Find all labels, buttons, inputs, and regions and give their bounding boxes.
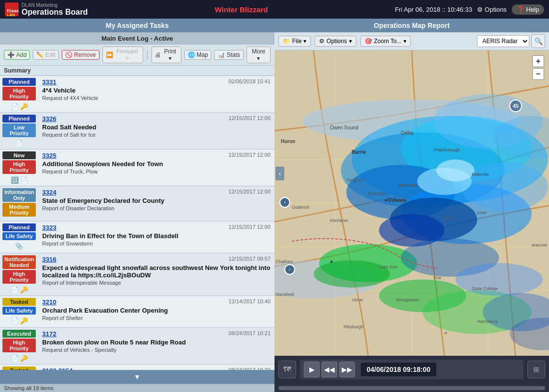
app-title: Operations Board bbox=[22, 8, 88, 17]
map-marker-2[interactable]: ○ bbox=[284, 264, 295, 275]
table-row[interactable]: NewHigh Priority🔢📄332512/15/2017 12:00Ad… bbox=[0, 149, 274, 186]
table-row[interactable]: Information OnlyMedium Priority332412/15… bbox=[0, 186, 274, 221]
log-content-column: 332612/15/2017 12:00Road Salt NeededRequ… bbox=[38, 113, 274, 149]
svg-text:Goderich: Goderich bbox=[292, 205, 309, 210]
datetime-display: Fri Apr 06, 2018 :: 10:46:33 bbox=[395, 6, 473, 13]
log-id[interactable]: 3323 bbox=[42, 224, 56, 231]
table-row[interactable]: Notification NeededHigh Priority📄🔑331612… bbox=[0, 253, 274, 296]
more-button[interactable]: More ▾ bbox=[247, 47, 271, 63]
play-button[interactable]: ▶ bbox=[304, 362, 320, 377]
layers-button[interactable]: 🗺 bbox=[278, 361, 296, 378]
svg-text:Owen Sound: Owen Sound bbox=[330, 125, 358, 130]
map-options-button[interactable]: ⚙ Options ▾ bbox=[315, 36, 356, 47]
svg-text:Chatham: Chatham bbox=[275, 259, 293, 264]
priority-badge: Medium Priority bbox=[2, 203, 36, 217]
log-title: Additional Snowplows Needed for Town bbox=[42, 160, 271, 168]
log-date: 12/15/2017 09:57 bbox=[228, 256, 271, 262]
print-button[interactable]: 🖨 Print ▾ bbox=[151, 47, 181, 63]
map-button[interactable]: 🌐 Map bbox=[184, 50, 211, 60]
log-content-column: 3182-315408/24/2017 10:20Wheel loader ne… bbox=[38, 365, 274, 370]
log-id[interactable]: 3326 bbox=[42, 115, 56, 122]
log-description: Request of Truck, Plow bbox=[42, 169, 271, 174]
log-description: Report of Shelter bbox=[42, 315, 271, 321]
log-content-column: 333102/06/2018 15:414*4 VehicleRequest o… bbox=[38, 76, 274, 112]
timeline-bar[interactable] bbox=[278, 386, 545, 390]
log-id[interactable]: 3316 bbox=[42, 256, 56, 263]
zoom-to-button[interactable]: 🎯 Zoom To... ▾ bbox=[360, 36, 411, 47]
status-badge: Notification Needed bbox=[2, 255, 36, 269]
add-button[interactable]: ➕ Add bbox=[4, 50, 30, 60]
gear-icon: ⚙ bbox=[477, 6, 483, 13]
svg-text:Lake Erie: Lake Erie bbox=[379, 265, 398, 270]
table-row[interactable]: PlannedLife Safety📎332312/15/2017 12:00D… bbox=[0, 221, 274, 253]
svg-text:State College: State College bbox=[472, 287, 498, 292]
forward-icon: ⏩ bbox=[106, 51, 113, 58]
log-id[interactable]: 3172 bbox=[42, 330, 56, 338]
log-content-column: 321012/14/2017 10:40Orchard Park Evacuat… bbox=[38, 296, 274, 327]
table-row[interactable]: TaskedHigh Priority📄🔑3182-315408/24/2017… bbox=[0, 365, 274, 370]
log-content-column: 332512/15/2017 12:00Additional Snowplows… bbox=[38, 149, 274, 186]
help-icon: ❓ bbox=[517, 6, 524, 13]
log-status-column: PlannedLow Priority📄 bbox=[0, 113, 38, 149]
log-id[interactable]: 3325 bbox=[42, 152, 56, 159]
svg-point-30 bbox=[455, 263, 543, 296]
item-icon: 📄 bbox=[15, 140, 23, 147]
svg-text:aracuse: aracuse bbox=[532, 243, 548, 247]
priority-badge: High Priority bbox=[2, 339, 36, 352]
table-row[interactable]: ExecutedHigh Priority📄🔑317208/24/2017 10… bbox=[0, 328, 274, 365]
log-title: 4*4 Vehicle bbox=[42, 87, 271, 94]
forward-button[interactable]: ⏩ Forward > bbox=[102, 47, 143, 63]
log-content-column: 332312/15/2017 12:00Driving Ban in Effec… bbox=[38, 221, 274, 253]
map-marker-1[interactable]: › bbox=[279, 197, 290, 208]
item-icon: 🔢 bbox=[11, 176, 19, 184]
svg-text:Belleville: Belleville bbox=[472, 172, 489, 177]
help-button[interactable]: ❓ Help bbox=[512, 4, 544, 15]
icon-row: 📄🔑 bbox=[11, 286, 28, 294]
log-id[interactable]: 3331 bbox=[42, 78, 56, 86]
playback-datetime: 04/06/2018 09:18:00 bbox=[361, 363, 436, 376]
svg-text:Akron: Akron bbox=[352, 297, 363, 302]
fast-forward-button[interactable]: ▶▶ bbox=[339, 362, 355, 377]
map-toolbar: 📁 File ▾ ⚙ Options ▾ 🎯 Zoom To... ▾ AERI… bbox=[274, 32, 549, 50]
edit-button[interactable]: ✏️ Edit bbox=[33, 50, 59, 60]
log-date: 12/14/2017 10:40 bbox=[228, 298, 271, 304]
log-id[interactable]: 3324 bbox=[42, 189, 56, 196]
log-title: State of Emergency Declared for County bbox=[42, 197, 271, 204]
table-row[interactable]: PlannedLow Priority📄332612/15/2017 12:00… bbox=[0, 113, 274, 149]
svg-text:Erie: Erie bbox=[434, 275, 442, 280]
log-title: Driving Ban in Effect for the Town of Bl… bbox=[42, 232, 271, 240]
icon-row: 📄🔑 bbox=[11, 317, 28, 324]
map-search-button[interactable]: 🔍 bbox=[531, 34, 545, 48]
svg-point-22 bbox=[314, 260, 390, 288]
radar-select[interactable]: AERIS Radar bbox=[477, 35, 529, 47]
item-icon: 🔑 bbox=[20, 317, 28, 324]
log-title: Road Salt Needed bbox=[42, 123, 271, 131]
zoom-in-button[interactable]: + bbox=[532, 55, 544, 67]
rewind-button[interactable]: ◀◀ bbox=[322, 362, 337, 377]
options-button[interactable]: ⚙ Options bbox=[477, 6, 506, 13]
map-collapse-button[interactable]: ‹ bbox=[275, 167, 284, 180]
log-date: 12/15/2017 12:00 bbox=[228, 224, 271, 230]
map-layers-button[interactable]: ⊞ bbox=[527, 361, 545, 378]
radar-select-wrapper: AERIS Radar 🔍 bbox=[477, 34, 545, 48]
log-description: Report of Disaster Declaration bbox=[42, 205, 271, 211]
icon-row: 📄🔑 bbox=[11, 355, 28, 362]
table-row[interactable]: PlannedHigh Priority📄🔑333102/06/2018 15:… bbox=[0, 76, 274, 113]
log-title: Orchard Park Evacuation Center Opening bbox=[42, 307, 271, 314]
svg-text:Huron: Huron bbox=[281, 139, 295, 144]
table-row[interactable]: TaskedLife Safety📄🔑321012/14/2017 10:40O… bbox=[0, 296, 274, 328]
log-date: 12/15/2017 12:00 bbox=[228, 115, 271, 121]
scroll-down-button[interactable]: ▼ bbox=[0, 370, 274, 384]
file-button[interactable]: 📁 File ▾ bbox=[278, 36, 311, 47]
item-icon: 🔑 bbox=[20, 355, 28, 362]
stats-button[interactable]: 📊 Stats bbox=[214, 50, 243, 60]
svg-text:auga: auga bbox=[445, 216, 454, 220]
map-area[interactable]: Huron Owen Sound Orillia Barrie Peterbor… bbox=[274, 50, 549, 356]
status-badge: Planned bbox=[2, 223, 36, 231]
zoom-out-button[interactable]: − bbox=[532, 68, 544, 80]
separator bbox=[147, 50, 148, 59]
radar-badge: 45 bbox=[509, 99, 522, 112]
remove-button[interactable]: 🚫 Remove bbox=[62, 50, 100, 60]
log-toolbar: ➕ Add ✏️ Edit 🚫 Remove ⏩ Forward > 🖨 Pri… bbox=[0, 45, 274, 66]
log-id[interactable]: 3210 bbox=[42, 298, 56, 306]
